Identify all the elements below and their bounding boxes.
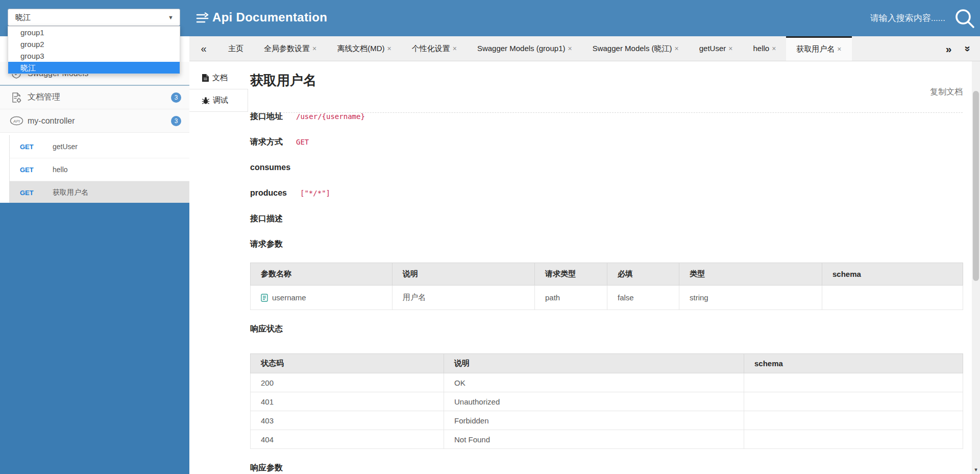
field-label: 请求方式 (250, 137, 283, 148)
tab-label: getUser (699, 44, 726, 53)
scrollbar-down-arrow[interactable]: ▾ (972, 466, 980, 473)
doc-tabbar: « 主页 全局参数设置× 离线文档(MD)× 个性化设置× Swagger Mo… (189, 36, 980, 61)
table-header-row: 参数名称 说明 请求类型 必填 类型 schema (251, 263, 963, 286)
sidebar-item-my-controller[interactable]: API my-controller 3 (0, 109, 189, 133)
col-required: 必填 (607, 263, 679, 286)
http-method-label: GET (20, 143, 53, 151)
copy-doc-link[interactable]: 复制文档 (930, 87, 963, 98)
tab-home[interactable]: 主页 (218, 36, 254, 61)
svg-text:API: API (13, 119, 20, 124)
tab-getuser[interactable]: getUser× (689, 36, 743, 61)
tab-swagger-models-xiaojiang[interactable]: Swagger Models (晓江)× (582, 36, 689, 61)
response-status-heading: 响应状态 (250, 324, 283, 335)
endpoint-name: hello (53, 165, 68, 174)
col-request-type: 请求类型 (535, 263, 607, 286)
col-status-code: 状态码 (251, 354, 444, 373)
tab-close-icon[interactable]: × (312, 44, 316, 53)
header-search[interactable]: 请输入搜索内容...... (870, 0, 976, 36)
tab-offline-doc-md[interactable]: 离线文档(MD)× (327, 36, 402, 61)
sidebar-item-doc-manage[interactable]: 文档管理 3 (0, 86, 189, 109)
cell-schema (744, 430, 963, 449)
endpoint-name: getUser (53, 143, 78, 151)
cell-description: OK (444, 373, 744, 392)
sidebar-endpoint-hello[interactable]: GET hello (10, 158, 189, 181)
field-consumes: consumes (250, 162, 304, 173)
cell-schema (744, 373, 963, 392)
cell-description: Not Found (444, 430, 744, 449)
bug-icon (202, 97, 210, 105)
field-value: /user/{username} (296, 112, 365, 121)
tab-close-icon[interactable]: × (675, 44, 679, 53)
tabs-scroll-right-button[interactable]: » (946, 43, 952, 54)
sidebar-endpoint-getuser[interactable]: GET getUser (10, 135, 189, 158)
cell-request-type: path (535, 286, 607, 310)
group-option-xiaojiang[interactable]: 晓江 (8, 62, 180, 74)
document-icon (202, 74, 209, 82)
sidebar-item-label: 文档管理 (28, 92, 60, 103)
tab-close-icon[interactable]: × (728, 44, 732, 53)
tab-get-username[interactable]: 获取用户名× (786, 36, 851, 61)
page-title: 获取用户名 (250, 72, 316, 89)
col-schema: schema (744, 354, 963, 373)
cell-schema (744, 392, 963, 411)
table-row: 403 Forbidden (251, 411, 963, 430)
tab-close-icon[interactable]: × (837, 45, 841, 53)
vtab-label: 文档 (212, 73, 228, 83)
tab-close-icon[interactable]: × (772, 44, 776, 53)
sidebar-endpoint-get-username[interactable]: GET 获取用户名 (10, 181, 189, 204)
tabs-collapse-all-icon[interactable]: » (964, 45, 974, 52)
cell-status-code: 401 (251, 392, 444, 411)
field-value: ["*/*"] (300, 189, 330, 197)
search-icon[interactable] (953, 7, 976, 30)
count-badge: 3 (171, 116, 181, 126)
tab-hello[interactable]: hello× (743, 36, 786, 61)
group-option-group2[interactable]: group2 (8, 38, 180, 50)
doc-settings-icon (9, 92, 23, 103)
sidebar-item-label: my-controller (28, 116, 75, 126)
doc-mode-tabs: 文档 调试 (189, 67, 248, 112)
col-schema: schema (822, 263, 963, 286)
cell-description: Forbidden (444, 411, 744, 430)
tab-label: 全局参数设置 (264, 44, 310, 53)
tab-label: 离线文档(MD) (337, 44, 384, 53)
field-label: consumes (250, 163, 290, 172)
app-logo-icon (195, 12, 209, 27)
scrollbar-thumb[interactable] (973, 91, 979, 281)
group-select[interactable]: 晓江 ▼ (8, 9, 180, 26)
api-cloud-icon: API (9, 116, 23, 126)
page-scrollbar[interactable]: ▾ (972, 61, 980, 474)
tab-document-mode[interactable]: 文档 (189, 67, 248, 89)
tab-global-params[interactable]: 全局参数设置× (254, 36, 327, 61)
tab-close-icon[interactable]: × (568, 44, 572, 53)
response-status-table: 状态码 说明 schema 200 OK 401 Unauthorized 40… (250, 353, 963, 449)
group-option-group1[interactable]: group1 (8, 27, 180, 38)
tab-label: Swagger Models (group1) (477, 44, 566, 53)
cell-param-name: username (251, 286, 393, 310)
col-param-name: 参数名称 (251, 263, 393, 286)
tab-close-icon[interactable]: × (387, 44, 391, 53)
group-select-value: 晓江 (15, 13, 168, 22)
field-label: 接口描述 (250, 214, 283, 224)
group-option-group3[interactable]: group3 (8, 50, 180, 62)
cell-schema (822, 286, 963, 310)
tabs-scroll-left-button[interactable]: « (189, 36, 218, 61)
cell-status-code: 200 (251, 373, 444, 392)
tab-personal-settings[interactable]: 个性化设置× (402, 36, 467, 61)
search-placeholder[interactable]: 请输入搜索内容...... (870, 12, 945, 24)
tab-close-icon[interactable]: × (453, 44, 457, 53)
cell-status-code: 404 (251, 430, 444, 449)
table-row: username 用户名 path false string (251, 286, 963, 310)
tab-label: 获取用户名 (796, 44, 835, 53)
tab-swagger-models-group1[interactable]: Swagger Models (group1)× (467, 36, 582, 61)
cell-description: 用户名 (393, 286, 535, 310)
http-method-label: GET (20, 189, 53, 197)
chevron-down-icon: ▼ (168, 14, 174, 20)
cell-description: Unauthorized (444, 392, 744, 411)
field-label: produces (250, 188, 287, 198)
field-api-path: 接口地址 /user/{username} (250, 111, 365, 122)
col-type: 类型 (679, 263, 822, 286)
table-header-row: 状态码 说明 schema (251, 354, 963, 373)
tab-label: 个性化设置 (412, 44, 450, 53)
sidebar: Swagger Models 文档管理 3 API my-controller … (0, 36, 189, 474)
tab-debug-mode[interactable]: 调试 (189, 89, 248, 112)
